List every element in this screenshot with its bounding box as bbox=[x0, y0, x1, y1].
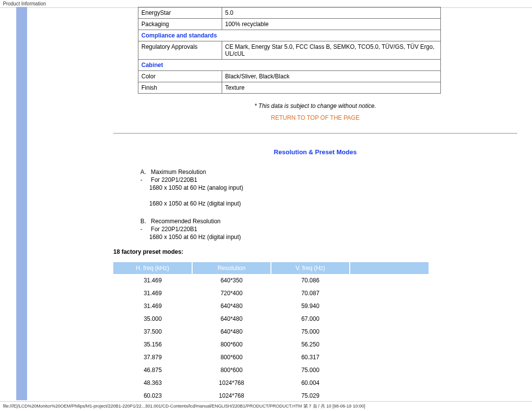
table-cell: 640*480 bbox=[192, 312, 271, 325]
spec-label: Color bbox=[138, 71, 222, 82]
table-cell: 70.087 bbox=[271, 287, 350, 300]
spec-table: EnergyStar 5.0 Packaging 100% recyclable… bbox=[138, 7, 441, 94]
change-notice: * This data is subject to change without… bbox=[113, 103, 517, 109]
table-cell: 37.500 bbox=[113, 325, 192, 338]
spec-label: EnergyStar bbox=[138, 7, 222, 19]
table-row: 46.875800*60075.000 bbox=[113, 364, 429, 377]
spec-value: 100% recyclable bbox=[222, 19, 441, 30]
table-cell: 67.000 bbox=[271, 312, 350, 325]
table-cell: 37.879 bbox=[113, 351, 192, 364]
table-cell: 800*600 bbox=[192, 351, 271, 364]
spec-value: CE Mark, Energy Star 5.0, FCC Class B, S… bbox=[222, 41, 441, 60]
table-cell: 60.004 bbox=[271, 377, 350, 389]
list-marker: - bbox=[140, 176, 149, 183]
table-row: 31.469720*40070.087 bbox=[113, 287, 429, 300]
table-cell: 640*480 bbox=[192, 325, 271, 338]
preset-modes-heading: 18 factory preset modes: bbox=[113, 248, 517, 255]
resolution-line: 1680 x 1050 at 60 Hz (analog input) bbox=[149, 184, 517, 191]
table-cell: 60.023 bbox=[113, 389, 192, 402]
col-resolution: Resolution bbox=[192, 262, 271, 274]
table-row: 60.0231024*76875.029 bbox=[113, 389, 429, 402]
table-cell bbox=[350, 325, 429, 338]
table-cell: 35.000 bbox=[113, 312, 192, 325]
table-row: Finish Texture bbox=[138, 82, 441, 94]
table-cell: 75.000 bbox=[271, 325, 350, 338]
resolution-line: 1680 x 1050 at 60 Hz (digital input) bbox=[149, 200, 517, 207]
table-cell bbox=[350, 287, 429, 300]
table-cell bbox=[350, 274, 429, 287]
resolution-list: A. Maximum Resolution - For 220P1/220B1 … bbox=[140, 169, 517, 240]
spec-value: Texture bbox=[222, 82, 441, 94]
table-cell: 31.469 bbox=[113, 287, 192, 300]
table-row: 37.500640*48075.000 bbox=[113, 325, 429, 338]
table-cell bbox=[350, 377, 429, 389]
table-cell: 56.250 bbox=[271, 338, 350, 351]
table-cell: 1024*768 bbox=[192, 389, 271, 402]
table-cell: 59.940 bbox=[271, 300, 350, 312]
table-row: 48.3631024*76860.004 bbox=[113, 377, 429, 389]
table-cell: 31.469 bbox=[113, 274, 192, 287]
table-cell: 31.469 bbox=[113, 300, 192, 312]
table-row: 37.879800*60060.317 bbox=[113, 351, 429, 364]
table-row: 35.156800*60056.250 bbox=[113, 338, 429, 351]
preset-modes-table: H. freq (kHz) Resolution V. freq (Hz) 31… bbox=[113, 262, 429, 411]
spec-value: 5.0 bbox=[222, 7, 441, 19]
col-hfreq: H. freq (kHz) bbox=[113, 262, 192, 274]
max-resolution-label: Maximum Resolution bbox=[151, 169, 206, 175]
table-cell bbox=[350, 300, 429, 312]
col-empty bbox=[350, 262, 429, 274]
table-cell: 800*600 bbox=[192, 338, 271, 351]
table-cell: 60.317 bbox=[271, 351, 350, 364]
table-cell: 75.029 bbox=[271, 389, 350, 402]
table-cell: 70.086 bbox=[271, 274, 350, 287]
recommended-resolution-label: Recommended Resolution bbox=[151, 218, 220, 225]
section-title: Compliance and standards bbox=[138, 30, 441, 41]
table-cell bbox=[350, 338, 429, 351]
table-header-row: H. freq (kHz) Resolution V. freq (Hz) bbox=[113, 262, 429, 274]
table-cell: 35.156 bbox=[113, 338, 192, 351]
list-marker: - bbox=[140, 226, 149, 233]
table-cell bbox=[350, 351, 429, 364]
table-row: Color Black/Sliver, Black/Black bbox=[138, 71, 441, 82]
spec-label: Packaging bbox=[138, 19, 222, 30]
resolution-line: 1680 x 1050 at 60 Hz (digital input) bbox=[149, 234, 517, 240]
table-cell: 720*400 bbox=[192, 287, 271, 300]
spec-value: Black/Sliver, Black/Black bbox=[222, 71, 441, 82]
table-row: EnergyStar 5.0 bbox=[138, 7, 441, 19]
list-marker: B. bbox=[140, 218, 149, 225]
footer-file-path: file:///E|/LCD%20Monitor%20OEM/Philips/M… bbox=[0, 401, 532, 411]
left-sidebar-stripe bbox=[16, 7, 27, 400]
section-header-cabinet: Cabinet bbox=[138, 60, 441, 71]
section-header-compliance: Compliance and standards bbox=[138, 30, 441, 41]
table-cell: 640*350 bbox=[192, 274, 271, 287]
col-vfreq: V. freq (Hz) bbox=[271, 262, 350, 274]
return-to-top-link[interactable]: RETURN TO TOP OF THE PAGE bbox=[113, 114, 517, 121]
table-row: 31.469640*35070.086 bbox=[113, 274, 429, 287]
table-cell: 48.363 bbox=[113, 377, 192, 389]
table-cell: 75.000 bbox=[271, 364, 350, 377]
list-marker: A. bbox=[140, 169, 149, 175]
resolution-section-title: Resolution & Preset Modes bbox=[113, 148, 517, 156]
table-cell: 800*600 bbox=[192, 364, 271, 377]
table-cell bbox=[350, 312, 429, 325]
table-row: 31.469640*48059.940 bbox=[113, 300, 429, 312]
divider bbox=[113, 133, 517, 134]
model-label: For 220P1/220B1 bbox=[151, 226, 197, 233]
spec-label: Regulatory Approvals bbox=[138, 41, 222, 60]
model-label: For 220P1/220B1 bbox=[151, 176, 197, 183]
main-content: EnergyStar 5.0 Packaging 100% recyclable… bbox=[113, 7, 517, 411]
table-cell bbox=[350, 389, 429, 402]
section-title: Cabinet bbox=[138, 60, 441, 71]
table-cell bbox=[350, 364, 429, 377]
table-row: Regulatory Approvals CE Mark, Energy Sta… bbox=[138, 41, 441, 60]
table-cell: 1024*768 bbox=[192, 377, 271, 389]
table-cell: 640*480 bbox=[192, 300, 271, 312]
spec-label: Finish bbox=[138, 82, 222, 94]
table-row: 35.000640*48067.000 bbox=[113, 312, 429, 325]
table-cell: 46.875 bbox=[113, 364, 192, 377]
table-row: Packaging 100% recyclable bbox=[138, 19, 441, 30]
